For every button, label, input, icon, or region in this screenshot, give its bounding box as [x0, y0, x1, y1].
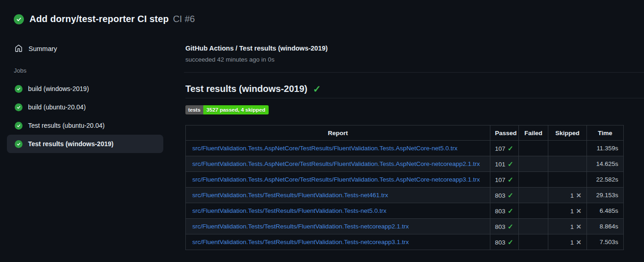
success-check-circle-icon [15, 103, 23, 111]
table-row: src/FluentValidation.Tests.AspNetCore/Te… [186, 156, 624, 172]
skipped-cell: 1✕ [548, 234, 587, 250]
report-link[interactable]: src/FluentValidation.Tests.AspNetCore/Te… [192, 176, 480, 183]
report-link[interactable]: src/FluentValidation.Tests/TestResults/F… [192, 192, 388, 199]
skipped-cell: 1✕ [548, 203, 587, 219]
table-row: src/FluentValidation.Tests/TestResults/F… [186, 234, 624, 250]
report-link[interactable]: src/FluentValidation.Tests/TestResults/F… [192, 239, 409, 245]
success-check-circle-icon [15, 85, 23, 93]
passed-cell: 107✓ [490, 141, 519, 156]
time-cell: 7.503s [587, 234, 624, 250]
check-icon: ✓ [507, 207, 513, 215]
job-label: Test results (windows-2019) [28, 140, 114, 148]
skipped-cell: 1✕ [548, 188, 587, 203]
table-row: src/FluentValidation.Tests/TestResults/F… [186, 188, 624, 203]
check-icon: ✓ [507, 222, 513, 231]
check-icon: ✓ [507, 191, 513, 199]
time-cell: 6.485s [587, 203, 624, 219]
jobs-list: build (windows-2019) build (ubuntu-20.04… [7, 80, 163, 153]
check-icon: ✓ [507, 238, 513, 246]
job-label: build (ubuntu-20.04) [28, 103, 86, 111]
section-title: Test results (windows-2019) [185, 84, 307, 94]
passed-cell: 107✓ [490, 172, 519, 188]
passed-cell: 803✓ [490, 188, 519, 203]
passed-cell: 803✓ [490, 203, 519, 219]
success-check-circle-icon [15, 140, 23, 148]
job-label: build (windows-2019) [28, 85, 89, 92]
skipped-cell: 1✕ [548, 219, 587, 234]
check-icon: ✓ [507, 176, 513, 184]
success-check-circle-icon [14, 14, 24, 24]
workflow-run-page: Add dorny/test-reporter CI step CI #6 Su… [0, 0, 644, 262]
failed-cell [519, 156, 548, 172]
failed-cell [519, 188, 548, 203]
tests-badge: tests 3527 passed, 4 skipped [185, 105, 269, 114]
skipped-cell: ✕ [548, 172, 587, 188]
report-link[interactable]: src/FluentValidation.Tests/TestResults/F… [192, 223, 409, 230]
table-row: src/FluentValidation.Tests/TestResults/F… [186, 219, 624, 234]
column-header-skipped: Skipped [548, 125, 587, 141]
sidebar-summary-label: Summary [29, 45, 57, 52]
sidebar-item-summary[interactable]: Summary [7, 43, 163, 54]
x-icon: ✕ [576, 192, 581, 199]
column-header-time: Time [587, 125, 624, 141]
sidebar-job-item[interactable]: build (ubuntu-20.04) [7, 98, 163, 116]
badge-value: 3527 passed, 4 skipped [203, 105, 269, 114]
passed-cell: 803✓ [490, 219, 519, 234]
table-header-row: Report Passed Failed Skipped Time [186, 125, 624, 141]
time-cell: 29.153s [587, 188, 624, 203]
jobs-section-label: Jobs [14, 67, 26, 74]
report-link[interactable]: src/FluentValidation.Tests.AspNetCore/Te… [192, 160, 480, 167]
divider [185, 98, 644, 98]
skipped-cell: ✕ [548, 141, 587, 156]
x-icon: ✕ [576, 223, 581, 230]
home-icon [15, 45, 23, 52]
sidebar-job-item[interactable]: Test results (ubuntu-20.04) [7, 116, 163, 135]
failed-cell [519, 172, 548, 188]
sidebar-job-item[interactable]: Test results (windows-2019) [7, 135, 163, 153]
results-table: Report Passed Failed Skipped Time src/Fl… [185, 125, 624, 250]
job-label: Test results (ubuntu-20.04) [28, 122, 105, 129]
column-header-report: Report [186, 125, 490, 141]
x-icon: ✕ [576, 239, 581, 246]
failed-cell [519, 234, 548, 250]
table-body: src/FluentValidation.Tests.AspNetCore/Te… [186, 141, 624, 250]
x-icon: ✕ [576, 207, 581, 215]
run-number: CI #6 [173, 14, 195, 24]
success-check-icon: ✓ [313, 84, 321, 94]
time-cell: 14.625s [587, 156, 624, 172]
success-check-circle-icon [15, 122, 23, 130]
skipped-cell: ✕ [548, 156, 587, 172]
failed-cell [519, 141, 548, 156]
report-link[interactable]: src/FluentValidation.Tests/TestResults/F… [192, 207, 386, 214]
run-header: Add dorny/test-reporter CI step CI #6 [14, 14, 195, 24]
passed-cell: 803✓ [490, 234, 519, 250]
column-header-passed: Passed [490, 125, 519, 141]
check-icon: ✓ [507, 144, 513, 153]
sidebar-job-item[interactable]: build (windows-2019) [7, 80, 163, 98]
check-icon: ✓ [507, 160, 513, 168]
report-link[interactable]: src/FluentValidation.Tests.AspNetCore/Te… [192, 145, 458, 152]
section-heading: Test results (windows-2019) ✓ [185, 84, 321, 94]
column-header-failed: Failed [519, 125, 548, 141]
table-row: src/FluentValidation.Tests.AspNetCore/Te… [186, 172, 624, 188]
check-run-status: succeeded 42 minutes ago in 0s [185, 56, 275, 63]
table-row: src/FluentValidation.Tests.AspNetCore/Te… [186, 141, 624, 156]
failed-cell [519, 219, 548, 234]
passed-cell: 101✓ [490, 156, 519, 172]
badge-label: tests [185, 105, 203, 114]
check-run-title: GitHub Actions / Test results (windows-2… [185, 45, 328, 52]
table-row: src/FluentValidation.Tests/TestResults/F… [186, 203, 624, 219]
time-cell: 11.359s [587, 141, 624, 156]
divider [184, 72, 644, 73]
time-cell: 22.582s [587, 172, 624, 188]
run-title: Add dorny/test-reporter CI step [29, 14, 169, 24]
time-cell: 8.864s [587, 219, 624, 234]
failed-cell [519, 203, 548, 219]
